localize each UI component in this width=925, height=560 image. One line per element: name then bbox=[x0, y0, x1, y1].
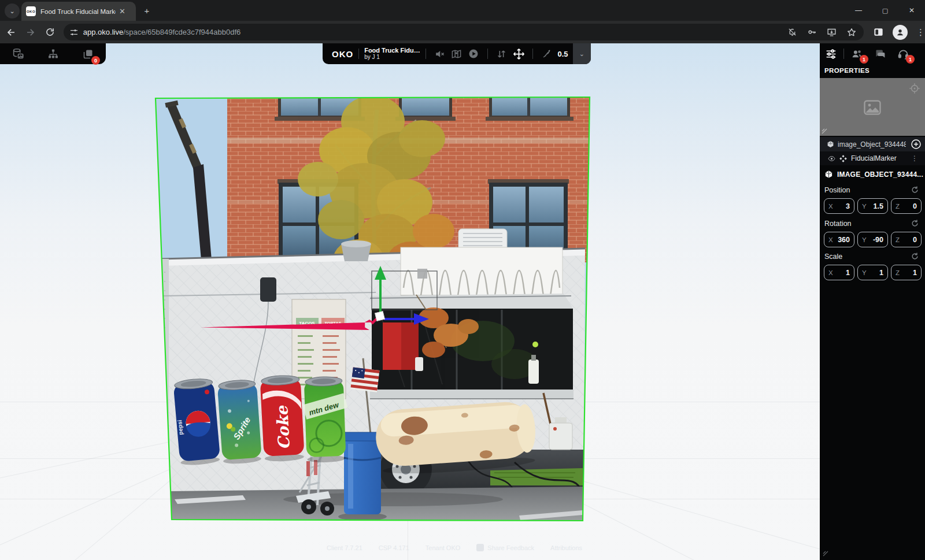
rotation-y-field[interactable]: Y -90 bbox=[857, 232, 888, 247]
footer-share-feedback-link[interactable]: Share Feedback bbox=[487, 544, 534, 551]
filters-icon[interactable] bbox=[822, 45, 839, 62]
scale-fields: X 1 Y 1 Z 1 bbox=[824, 265, 922, 280]
visibility-eye-icon[interactable] bbox=[828, 155, 835, 162]
bookmark-star-icon[interactable] bbox=[846, 27, 857, 38]
scale-x-field[interactable]: X 1 bbox=[824, 265, 854, 280]
reload-icon[interactable] bbox=[42, 24, 59, 41]
axis-label: Z bbox=[896, 203, 900, 210]
scene-hierarchy-icon[interactable] bbox=[45, 45, 62, 62]
password-key-icon[interactable] bbox=[807, 27, 817, 37]
object-section-header: IMAGE_OBJECT_93444... bbox=[824, 170, 923, 179]
site-settings-icon[interactable] bbox=[69, 28, 79, 37]
object-row-label: image_Object_934448 bbox=[838, 140, 906, 149]
position-reset-icon[interactable] bbox=[911, 186, 919, 194]
cube-icon bbox=[827, 140, 834, 148]
axis-label: Z bbox=[896, 269, 900, 276]
scale-reset-icon[interactable] bbox=[911, 252, 919, 261]
axis-value: 0 bbox=[913, 236, 917, 244]
left-tool-panel: 0 bbox=[0, 43, 106, 64]
browser-toolbar: app.oko.live/space/65b849fcde3c7f944abb0… bbox=[0, 21, 925, 43]
object-section-title: IMAGE_OBJECT_93444... bbox=[837, 170, 923, 179]
voice-badge: 1 bbox=[906, 55, 915, 64]
axis-value: 0 bbox=[913, 202, 917, 210]
rotation-z-field[interactable]: Z 0 bbox=[891, 232, 922, 247]
maximize-button[interactable]: ▢ bbox=[872, 0, 898, 21]
position-z-field[interactable]: Z 0 bbox=[891, 198, 922, 214]
position-fields: X 3 Y 1.5 Z 0 bbox=[824, 198, 922, 214]
axis-value: 1.5 bbox=[874, 202, 883, 210]
install-app-icon[interactable] bbox=[827, 27, 837, 37]
notifications-blocked-icon[interactable] bbox=[787, 27, 797, 37]
can-coke: Coke bbox=[260, 374, 305, 462]
minimap-icon[interactable] bbox=[448, 45, 465, 62]
focus-crosshair-icon[interactable] bbox=[909, 83, 920, 94]
divider bbox=[426, 49, 426, 59]
move-tool-icon[interactable] bbox=[510, 45, 527, 62]
upper-windows bbox=[275, 96, 574, 121]
rotation-x-field[interactable]: X 360 bbox=[824, 232, 854, 247]
object-preview bbox=[820, 78, 925, 136]
scale-label: Scale bbox=[824, 253, 842, 261]
minimize-button[interactable]: — bbox=[845, 0, 872, 21]
chat-icon[interactable] bbox=[871, 45, 889, 62]
position-x-field[interactable]: X 3 bbox=[824, 198, 854, 214]
axis-value: 1 bbox=[846, 269, 850, 277]
marker-row-label: FiducialMarker bbox=[851, 154, 897, 162]
url-bar[interactable]: app.oko.live/space/65b849fcde3c7f944abb0… bbox=[64, 24, 864, 40]
divider bbox=[843, 49, 844, 59]
axis-value: 3 bbox=[846, 202, 850, 210]
scale-z-field[interactable]: Z 1 bbox=[891, 265, 922, 280]
rotation-reset-icon[interactable] bbox=[911, 219, 919, 228]
hierarchy-row-image-object[interactable]: image_Object_934448 bbox=[820, 137, 925, 151]
axis-label: Z bbox=[896, 236, 900, 243]
people-icon[interactable]: 1 bbox=[848, 45, 865, 62]
scale-y-field[interactable]: Y 1 bbox=[857, 265, 888, 280]
close-button[interactable]: ✕ bbox=[898, 0, 925, 21]
asset-library-icon[interactable] bbox=[9, 45, 27, 62]
tab-close-icon[interactable]: ✕ bbox=[119, 8, 125, 15]
gizmo-origin-handle[interactable] bbox=[375, 311, 385, 321]
layers-icon[interactable]: 0 bbox=[79, 45, 97, 62]
layers-badge: 0 bbox=[91, 56, 100, 65]
3d-viewport[interactable]: TACOS TORTAS bbox=[0, 43, 820, 560]
new-tab-button[interactable]: + bbox=[142, 5, 152, 16]
forward-icon[interactable] bbox=[22, 24, 39, 41]
browser-menu-icon[interactable]: ⋮ bbox=[916, 27, 925, 38]
roof-pot bbox=[341, 240, 371, 261]
axis-value: 360 bbox=[838, 236, 850, 244]
axis-value: 1 bbox=[879, 269, 883, 277]
resize-handle-icon[interactable] bbox=[822, 128, 827, 134]
oko-logo[interactable]: OKO bbox=[332, 49, 353, 59]
canvas-footer: Client 7.7.21 CSP 4.171 Tenant OKO Share… bbox=[327, 544, 582, 551]
footer-attributions-link[interactable]: Attributions bbox=[550, 544, 582, 551]
movement-speed-icon[interactable] bbox=[538, 45, 555, 62]
row-menu-icon[interactable]: ⋮ bbox=[911, 154, 918, 162]
movement-speed-value[interactable]: 0.5 bbox=[557, 50, 568, 58]
profile-avatar[interactable] bbox=[893, 25, 908, 40]
add-component-icon[interactable] bbox=[911, 139, 922, 150]
coke-label: Coke bbox=[273, 405, 293, 450]
axis-label: X bbox=[828, 203, 833, 210]
tab-search-button[interactable]: ⌄ bbox=[5, 3, 20, 18]
oko-footer-logo bbox=[476, 544, 484, 551]
fiducial-marker-icon bbox=[839, 155, 847, 162]
cube-icon bbox=[824, 170, 833, 179]
hierarchy-row-fiducial-marker[interactable]: FiducialMarker ⋮ bbox=[820, 151, 925, 165]
oko-favicon: OKO bbox=[26, 6, 36, 16]
toolbar-dropdown-chevron[interactable]: ⌄ bbox=[573, 43, 591, 64]
divider bbox=[358, 49, 359, 59]
play-icon[interactable] bbox=[465, 45, 482, 62]
properties-heading: PROPERTIES bbox=[824, 67, 870, 74]
mute-audio-icon[interactable] bbox=[431, 45, 448, 62]
position-y-field[interactable]: Y 1.5 bbox=[857, 198, 888, 214]
pepsi-label: pepsi bbox=[176, 420, 184, 435]
back-icon[interactable] bbox=[2, 24, 20, 41]
panel-resize-handle-icon[interactable] bbox=[823, 551, 828, 557]
food-truck-image-object[interactable]: TACOS TORTAS bbox=[145, 87, 601, 526]
divider bbox=[487, 49, 488, 59]
axis-label: Y bbox=[862, 203, 867, 210]
voice-headset-icon[interactable]: 1 bbox=[894, 45, 912, 62]
browser-tab[interactable]: OKO Food Truck Fiducial Marker / OKO ✕ bbox=[21, 2, 136, 21]
side-panel-icon[interactable] bbox=[873, 27, 884, 38]
sort-order-icon[interactable] bbox=[493, 45, 510, 62]
